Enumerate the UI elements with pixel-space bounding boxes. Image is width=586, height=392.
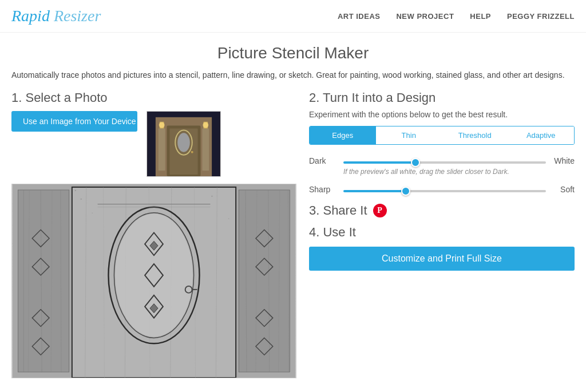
page-title: Picture Stencil Maker	[11, 44, 575, 62]
design-tabs: Edges Thin Threshold Adaptive	[309, 126, 575, 145]
tab-threshold[interactable]: Threshold	[442, 126, 508, 144]
experiment-text: Experiment with the options below to get…	[309, 110, 575, 119]
right-column: 2. Turn It into a Design Experiment with…	[309, 90, 575, 378]
stencil-svg	[12, 184, 296, 378]
sharp-slider-container	[343, 185, 546, 194]
svg-point-5	[177, 133, 190, 152]
stencil-preview	[11, 184, 296, 378]
header: Rapid Resizer ART IDEAS NEW PROJECT HELP…	[0, 0, 586, 33]
svg-point-11	[159, 122, 165, 128]
nav-help[interactable]: HELP	[470, 12, 491, 21]
print-full-size-button[interactable]: Customize and Print Full Size	[309, 247, 575, 271]
main-content: Picture Stencil Maker Automatically trac…	[0, 33, 586, 390]
tab-adaptive[interactable]: Adaptive	[508, 126, 575, 144]
sharp-slider-row: Sharp Soft	[309, 185, 575, 194]
svg-rect-8	[202, 128, 209, 171]
svg-rect-7	[159, 128, 165, 171]
sharp-soft-slider-section: Sharp Soft	[309, 185, 575, 194]
nav-new-project[interactable]: NEW PROJECT	[396, 12, 454, 21]
step2-heading: 2. Turn It into a Design	[309, 90, 575, 105]
nav-art-ideas[interactable]: ART IDEAS	[338, 12, 381, 21]
svg-point-6	[191, 151, 193, 153]
content-area: 1. Select a Photo Use an Image from Your…	[11, 90, 575, 378]
step1-top-row: Use an Image from Your Device	[11, 111, 298, 177]
step3-heading-text: 3. Share It	[309, 203, 367, 218]
dark-slider-row: Dark White	[309, 156, 575, 165]
photo-thumbnail	[146, 111, 221, 177]
tab-edges[interactable]: Edges	[310, 126, 376, 144]
left-column: 1. Select a Photo Use an Image from Your…	[11, 90, 298, 378]
slider-hint: If the preview's all white, drag the sli…	[343, 168, 575, 176]
pinterest-icon[interactable]: P	[373, 204, 387, 217]
step1-heading: 1. Select a Photo	[11, 90, 298, 105]
page-subtitle: Automatically trace photos and pictures …	[11, 69, 575, 81]
nav: ART IDEAS NEW PROJECT HELP PEGGY FRIZZEL…	[338, 12, 575, 21]
dark-slider-container	[343, 156, 546, 165]
nav-user[interactable]: PEGGY FRIZZELL	[507, 12, 575, 21]
step4-heading: 4. Use It	[309, 225, 575, 240]
dark-white-slider-section: Dark White If the preview's all white, d…	[309, 156, 575, 176]
tab-thin[interactable]: Thin	[376, 126, 442, 144]
white-label: White	[552, 156, 575, 165]
sharp-label: Sharp	[309, 185, 338, 194]
logo: Rapid Resizer	[11, 7, 101, 25]
svg-point-12	[203, 122, 208, 128]
dark-white-slider[interactable]	[343, 161, 546, 164]
upload-image-button[interactable]: Use an Image from Your Device	[11, 111, 137, 132]
svg-rect-61	[12, 184, 295, 378]
soft-label: Soft	[552, 185, 575, 194]
step3-heading-container: 3. Share It P	[309, 203, 575, 218]
dark-label: Dark	[309, 156, 338, 165]
sharp-soft-slider[interactable]	[343, 190, 546, 192]
